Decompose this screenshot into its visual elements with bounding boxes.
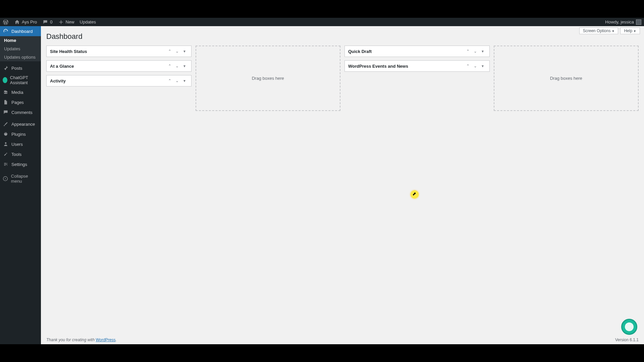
move-up-button[interactable]: ⌃ [166,48,173,55]
account-menu[interactable]: Howdy, jessica [605,19,644,25]
avatar [636,19,641,25]
sidebar-item-chatgpt[interactable]: ChatGPT Assistant [0,73,41,87]
site-name-link[interactable]: Ays Pro [11,18,40,26]
widget-title: Quick Draft [348,49,465,54]
move-down-button[interactable]: ⌄ [174,77,180,84]
move-up-button[interactable]: ⌃ [166,63,173,69]
move-up-button[interactable]: ⌃ [465,48,471,55]
sidebar-label: Posts [11,66,22,71]
wordpress-icon [3,19,9,25]
version-text: Version 6.1.1 [615,338,639,342]
wp-logo[interactable] [0,18,11,26]
footer-thank-you: Thank you for creating with [46,338,96,342]
media-icon [3,89,9,95]
page-title: Dashboard [46,32,639,41]
page-icon [3,99,9,105]
sidebar-item-users[interactable]: Users [0,139,41,149]
widget-title: WordPress Events and News [348,64,465,69]
sidebar-item-dashboard[interactable]: Dashboard [0,26,41,36]
move-down-button[interactable]: ⌄ [472,48,479,55]
wordpress-link[interactable]: WordPress [96,338,115,342]
updates-link[interactable]: Updates [77,18,99,26]
sidebar-item-media[interactable]: Media [0,87,41,97]
toggle-button[interactable]: ▾ [479,48,486,55]
new-label: New [66,19,74,24]
comments-icon [3,109,9,115]
sidebar-label: Plugins [11,132,26,137]
sidebar-label: Media [11,90,23,95]
widget-title: At a Glance [50,64,166,69]
wrench-icon [3,151,9,157]
move-up-button[interactable]: ⌃ [465,63,471,69]
comments-count: 0 [50,19,52,24]
sidebar-item-settings[interactable]: Settings [0,159,41,169]
collapse-icon [3,176,8,182]
sidebar-label: Pages [11,100,24,105]
sidebar-item-posts[interactable]: Posts [0,63,41,73]
comment-icon [42,19,48,25]
sidebar-label: Appearance [11,122,35,127]
admin-footer: Thank you for creating with WordPress. V… [46,338,639,342]
plus-icon [58,19,64,25]
content-area: Screen Options▼ Help▼ Dashboard Site Hea… [41,26,644,344]
brush-icon [3,121,9,127]
sidebar-item-tools[interactable]: Tools [0,149,41,159]
plugin-icon [3,131,9,137]
drop-zone[interactable]: Drag boxes here [494,46,639,111]
sidebar-label: ChatGPT Assistant [10,75,38,85]
widget-at-a-glance[interactable]: At a Glance ⌃ ⌄ ▾ [46,60,192,72]
drop-zone[interactable]: Drag boxes here [196,46,341,111]
widget-quick-draft[interactable]: Quick Draft ⌃ ⌄ ▾ [344,46,490,57]
sidebar-item-appearance[interactable]: Appearance [0,119,41,129]
chevron-down-icon: ▼ [611,29,614,33]
new-content-link[interactable]: New [55,18,77,26]
cursor-highlight [411,190,419,198]
toggle-button[interactable]: ▾ [181,63,188,69]
settings-icon [3,161,9,167]
chatgpt-icon [3,77,7,83]
sidebar-label: Users [11,142,23,147]
sidebar-item-pages[interactable]: Pages [0,97,41,107]
screen-options-button[interactable]: Screen Options▼ [579,27,619,34]
dashboard-icon [3,28,9,34]
toggle-button[interactable]: ▾ [181,77,188,84]
widget-title: Activity [50,78,166,83]
move-down-button[interactable]: ⌄ [174,63,180,69]
chat-assistant-button[interactable] [621,319,637,335]
howdy-text: Howdy, jessica [605,19,634,24]
sidebar-sub-home[interactable]: Home [0,36,41,45]
sidebar-label: Dashboard [11,29,33,34]
user-icon [3,141,9,147]
sidebar-sub-updates-options[interactable]: Updates options [0,53,41,61]
widget-site-health[interactable]: Site Health Status ⌃ ⌄ ▾ [46,46,192,57]
move-down-button[interactable]: ⌄ [472,63,479,69]
dashboard-column-3: Quick Draft ⌃ ⌄ ▾ WordPress Events and N… [344,46,490,75]
collapse-label: Collapse menu [11,174,38,184]
site-name-text: Ays Pro [22,19,37,24]
chevron-down-icon: ▼ [633,29,636,33]
dashboard-column-4: Drag boxes here [494,46,639,111]
collapse-menu[interactable]: Collapse menu [0,171,41,186]
sidebar-item-comments[interactable]: Comments [0,107,41,117]
updates-label: Updates [80,19,96,24]
toggle-button[interactable]: ▾ [181,48,188,55]
move-down-button[interactable]: ⌄ [174,48,180,55]
comments-link[interactable]: 0 [40,18,55,26]
sidebar-label: Settings [11,162,27,167]
home-icon [14,19,20,25]
admin-bar: Ays Pro 0 New Updates Howdy, jessica [0,18,644,26]
sidebar-item-plugins[interactable]: Plugins [0,129,41,139]
sidebar-label: Tools [11,152,21,157]
assistant-icon [625,322,634,331]
admin-sidebar: Dashboard Home Updates Updates options P… [0,26,41,344]
toggle-button[interactable]: ▾ [479,63,486,69]
move-up-button[interactable]: ⌃ [166,77,173,84]
widget-activity[interactable]: Activity ⌃ ⌄ ▾ [46,75,192,86]
widget-title: Site Health Status [50,49,166,54]
dashboard-column-2: Drag boxes here [196,46,341,111]
dashboard-column-1: Site Health Status ⌃ ⌄ ▾ At a Glance ⌃ [46,46,192,90]
sidebar-label: Comments [11,110,33,115]
help-button[interactable]: Help▼ [620,27,640,34]
sidebar-sub-updates[interactable]: Updates [0,45,41,53]
widget-wordpress-news[interactable]: WordPress Events and News ⌃ ⌄ ▾ [344,60,490,72]
